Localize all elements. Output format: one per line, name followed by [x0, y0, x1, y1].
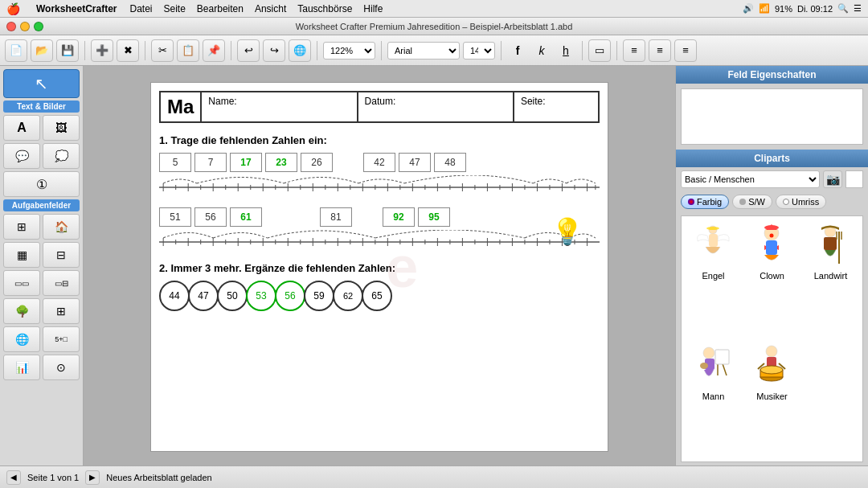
menu-ansicht[interactable]: Ansicht — [255, 3, 286, 14]
font-size-select[interactable]: 14 — [463, 42, 495, 59]
task2-title: 2. Immer 3 mehr. Ergänze die fehlenden Z… — [159, 262, 600, 274]
equation-tool[interactable]: 5+□ — [43, 326, 80, 352]
sep3 — [231, 41, 231, 60]
sidebar-row-2: 💬 💭 — [3, 143, 80, 169]
clipart-filter-row: Basic / Menschen 📷 — [681, 170, 863, 188]
tauschboerse-button[interactable]: 🌐 — [289, 39, 311, 62]
menu-hilfe[interactable]: Hilfe — [363, 3, 383, 14]
double-grid-tool[interactable]: ⊞ — [43, 298, 80, 324]
sidebar-row-7: 🌳 ⊞ — [3, 298, 80, 324]
canvas-area[interactable]: e Ma Name: Datum: Seite: 1. Trage die fe… — [84, 66, 675, 465]
speech-bubble-round-tool[interactable]: 💬 — [3, 143, 40, 169]
menu-bearbeiten[interactable]: Bearbeiten — [197, 3, 244, 14]
feld-eigenschaften-box — [681, 88, 863, 145]
num-61: 61 — [230, 207, 262, 227]
undo-button[interactable]: ↩ — [237, 39, 260, 62]
dot-cluster-tool[interactable]: ⊙ — [43, 355, 80, 380]
border-button[interactable]: ▭ — [588, 39, 611, 62]
engel-label: Engel — [702, 271, 724, 281]
tree-tool[interactable]: 🌳 — [3, 298, 40, 324]
umriss-dot — [783, 199, 789, 205]
window-title: Worksheet Crafter Premium Jahresedition … — [296, 22, 573, 31]
clipart-clown[interactable]: Clown — [745, 221, 799, 337]
num-7: 7 — [194, 153, 227, 172]
open-button[interactable]: 📂 — [31, 39, 53, 62]
umriss-button[interactable]: Umriss — [776, 195, 826, 209]
delete-button[interactable]: ✖ — [117, 39, 139, 62]
input-fields-tool[interactable]: ▭▭ — [3, 270, 40, 296]
musiker-label: Musiker — [756, 392, 788, 401]
engel-image — [690, 221, 738, 269]
grid-large-tool[interactable]: ⊞ — [3, 214, 40, 240]
sidebar-row-3: ① — [3, 171, 80, 197]
save-button[interactable]: 💾 — [56, 39, 79, 62]
input-lined-tool[interactable]: ▭⊟ — [43, 270, 80, 296]
sep7 — [582, 41, 583, 60]
mann-label: Mann — [702, 392, 725, 401]
speech-bubble-cloud-tool[interactable]: 💭 — [43, 143, 80, 169]
zoom-select[interactable]: 122% — [323, 42, 375, 59]
align-left-button[interactable]: ≡ — [623, 39, 645, 62]
next-page-button[interactable]: ▶ — [85, 470, 100, 485]
new-button[interactable]: 📄 — [5, 39, 27, 62]
minimize-button[interactable] — [20, 22, 30, 31]
cursor-icon: ↖ — [35, 74, 48, 93]
numbered-circle-tool[interactable]: ① — [3, 171, 80, 197]
apple-menu[interactable]: 🍎 — [6, 2, 20, 15]
worksheet: e Ma Name: Datum: Seite: 1. Trage die fe… — [150, 82, 608, 452]
clipart-mann[interactable]: Mann — [686, 342, 740, 457]
align-center-button[interactable]: ≡ — [649, 39, 671, 62]
cursor-tool[interactable]: ↖ — [3, 69, 80, 98]
table-tool[interactable]: ⊟ — [43, 242, 80, 268]
bold-button[interactable]: f — [507, 40, 528, 61]
num-17: 17 — [230, 153, 262, 172]
paste-button[interactable]: 📌 — [203, 39, 225, 62]
close-button[interactable] — [6, 22, 16, 31]
font-select[interactable]: Arial — [387, 42, 460, 59]
sw-label: S/W — [748, 197, 765, 207]
menu-tauschboerse[interactable]: Tauschbörse — [297, 3, 352, 14]
menu-seite[interactable]: Seite — [164, 3, 186, 14]
num-47: 47 — [399, 153, 431, 172]
house-tool[interactable]: 🏠 — [43, 214, 80, 240]
circle-47: 47 — [188, 281, 219, 311]
image-tool[interactable]: 🖼 — [43, 115, 80, 141]
farbig-button[interactable]: Farbig — [681, 195, 729, 209]
copy-button[interactable]: 📋 — [177, 39, 199, 62]
svg-rect-75 — [709, 234, 718, 247]
underline-button[interactable]: h — [555, 40, 576, 61]
task1-title: 1. Trage die fehlenden Zahlen ein: — [159, 134, 600, 146]
sep2 — [145, 41, 145, 60]
num-81: 81 — [320, 207, 352, 227]
cut-button[interactable]: ✂ — [151, 39, 174, 62]
text-tool[interactable]: A — [3, 115, 40, 141]
grid-small-tool[interactable]: ▦ — [3, 242, 40, 268]
globe-tool[interactable]: 🌐 — [3, 326, 40, 352]
task1-row1: 5 7 17 23 26 42 47 48 — [159, 153, 600, 172]
sep6 — [501, 41, 502, 60]
sw-button[interactable]: S/W — [732, 195, 772, 209]
circle-53: 53 — [246, 281, 276, 311]
italic-button[interactable]: k — [531, 40, 552, 61]
maximize-button[interactable] — [34, 22, 43, 31]
align-right-button[interactable]: ≡ — [674, 39, 697, 62]
chart-tool[interactable]: 📊 — [3, 355, 40, 380]
clipart-category-dropdown[interactable]: Basic / Menschen — [681, 170, 820, 188]
prev-page-button[interactable]: ◀ — [6, 470, 21, 485]
num-95: 95 — [418, 207, 450, 227]
clipart-engel[interactable]: Engel — [686, 221, 740, 337]
musiker-image — [748, 342, 796, 390]
circle-44: 44 — [159, 281, 190, 311]
toolbar: 📄 📂 💾 ➕ ✖ ✂ 📋 📌 ↩ ↪ 🌐 122% Arial 14 f k … — [0, 35, 868, 66]
sep1 — [84, 41, 85, 60]
menu-datei[interactable]: Datei — [129, 3, 152, 14]
status-message: Neues Arbeitsblatt geladen — [106, 473, 211, 482]
clipart-musiker[interactable]: Musiker — [745, 342, 799, 457]
sep5 — [381, 41, 382, 60]
num-48: 48 — [434, 153, 466, 172]
redo-button[interactable]: ↪ — [263, 39, 285, 62]
clipart-landwirt[interactable]: Landwirt — [804, 221, 858, 337]
add-button[interactable]: ➕ — [91, 39, 113, 62]
clipart-camera-button[interactable]: 📷 — [823, 170, 842, 188]
window-buttons — [6, 22, 43, 31]
